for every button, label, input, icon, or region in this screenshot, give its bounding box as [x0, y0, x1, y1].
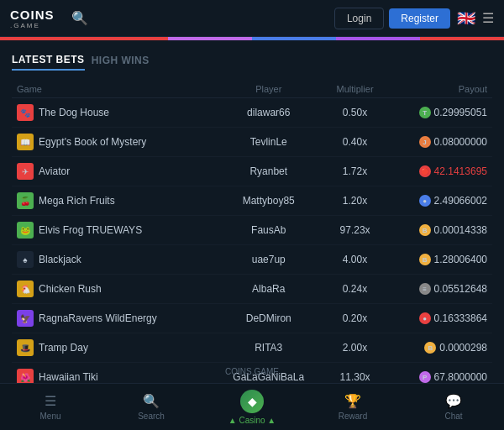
- search-button[interactable]: 🔍: [65, 7, 95, 29]
- nav-icon: 🔍: [143, 393, 160, 409]
- payout-value: 0.00014338: [434, 224, 487, 236]
- hamburger-button[interactable]: ☰: [482, 10, 494, 26]
- game-name: The Dog House: [39, 107, 109, 118]
- player-cell: dilawar66: [214, 98, 323, 128]
- game-cell: 🍒 Mega Rich Fruits: [12, 186, 214, 216]
- game-cell: 🎩 Tramp Day: [12, 333, 214, 363]
- nav-item-reward[interactable]: 🏆 Reward: [302, 393, 403, 421]
- table-row[interactable]: 🐸 Elvis Frog TRUEWAYS FausAb97.23x B 0.0…: [12, 216, 492, 245]
- payout-value: 42.1413695: [434, 165, 487, 177]
- payout-cell: B 0.0000298: [386, 333, 492, 363]
- payout-cell: B 1.28006400: [386, 245, 492, 275]
- table-row[interactable]: 🐾 The Dog House dilawar660.50x T 0.29995…: [12, 98, 492, 128]
- login-button[interactable]: Login: [334, 8, 384, 29]
- tab-high-wins[interactable]: HIGH WINS: [92, 51, 150, 70]
- color-bars: [0, 37, 504, 40]
- coin-icon: T: [419, 107, 431, 118]
- payout-cell: B 0.00014338: [386, 216, 492, 245]
- table-row[interactable]: 🍒 Mega Rich Fruits Mattyboy851.20x ● 2.4…: [12, 186, 492, 216]
- nav-label: ▲ Casino ▲: [228, 416, 276, 425]
- nav-item-chat[interactable]: 💬 Chat: [403, 393, 504, 421]
- payout-cell: ≡ 0.05512648: [386, 275, 492, 304]
- game-name: RagnaRavens WildEnergy: [39, 312, 157, 324]
- nav-item-menu[interactable]: ☰ Menu: [0, 393, 101, 421]
- tab-latest-bets[interactable]: LATEST BETS: [12, 50, 85, 71]
- game-name: Aviator: [39, 165, 70, 177]
- payout-value: 67.8000000: [434, 371, 487, 383]
- payout-value: 2.49066002: [434, 195, 487, 207]
- coin-icon: B: [419, 224, 431, 236]
- game-name: Mega Rich Fruits: [39, 195, 115, 207]
- multiplier-cell: 0.40x: [323, 128, 386, 157]
- table-row[interactable]: 📖 Egypt's Book of Mystery TevlinLe0.40x …: [12, 128, 492, 157]
- multiplier-cell: 11.30x: [323, 363, 386, 384]
- logo-bottom: .GAME: [10, 22, 55, 29]
- col-game: Game: [12, 81, 214, 98]
- multiplier-cell: 4.00x: [323, 245, 386, 275]
- game-cell: ♠ Blackjack: [12, 245, 214, 275]
- col-payout: Payout: [386, 81, 492, 98]
- multiplier-cell: 2.00x: [323, 333, 386, 363]
- player-cell: FausAb: [214, 216, 323, 245]
- header: COINS .GAME 🔍 Login Register 🇬🇧 ☰: [0, 0, 504, 37]
- table-row[interactable]: ✈ Aviator Ryanbet1.72x 🔴 42.1413695: [12, 157, 492, 186]
- payout-value: 1.28006400: [434, 254, 487, 265]
- game-icon: 🍒: [17, 192, 34, 209]
- payout-value: 0.0000298: [439, 342, 487, 354]
- logo: COINS .GAME: [10, 8, 55, 29]
- coin-icon: ●: [419, 312, 431, 324]
- col-player: Player: [214, 81, 323, 98]
- flag-icon[interactable]: 🇬🇧: [457, 9, 475, 28]
- main-content: LATEST BETS HIGH WINS Game Player Multip…: [0, 40, 504, 383]
- game-cell: 🦅 RagnaRavens WildEnergy: [12, 304, 214, 333]
- player-cell: Mattyboy85: [214, 186, 323, 216]
- table-row[interactable]: ♠ Blackjack uae7up4.00x B 1.28006400: [12, 245, 492, 275]
- table-row[interactable]: 🐔 Chicken Rush AlbaRa0.24x ≡ 0.05512648: [12, 275, 492, 304]
- payout-value: 0.05512648: [434, 283, 487, 295]
- game-icon: 🐸: [17, 222, 34, 239]
- coin-icon: 🔴: [419, 165, 431, 177]
- player-cell: RITA3: [214, 333, 323, 363]
- col-multiplier: Multiplier: [323, 81, 386, 98]
- color-bar-segment: [168, 37, 252, 40]
- payout-cell: J 0.08000000: [386, 128, 492, 157]
- table-row[interactable]: 🌺 Hawaiian Tiki GaLaGaNiBaLa11.30x P 67.…: [12, 363, 492, 384]
- player-cell: GaLaGaNiBaLa: [214, 363, 323, 384]
- game-icon: 📖: [17, 134, 34, 150]
- payout-cell: T 0.29995051: [386, 98, 492, 128]
- multiplier-cell: 0.50x: [323, 98, 386, 128]
- coin-icon: ≡: [419, 283, 431, 295]
- coin-icon: P: [419, 371, 431, 383]
- game-name: Elvis Frog TRUEWAYS: [39, 224, 142, 236]
- game-icon: 🐔: [17, 281, 34, 297]
- logo-top: COINS: [10, 8, 55, 22]
- tabs-row: LATEST BETS HIGH WINS: [12, 50, 492, 71]
- register-button[interactable]: Register: [389, 8, 450, 29]
- bets-table: Game Player Multiplier Payout 🐾 The Dog …: [12, 81, 492, 383]
- player-cell: DeDMiron: [214, 304, 323, 333]
- game-cell: 🐸 Elvis Frog TRUEWAYS: [12, 216, 214, 245]
- nav-icon: 💬: [445, 393, 462, 409]
- nav-label: Reward: [339, 412, 367, 421]
- payout-cell: ● 0.16333864: [386, 304, 492, 333]
- player-cell: AlbaRa: [214, 275, 323, 304]
- nav-item-search[interactable]: 🔍 Search: [101, 393, 202, 421]
- table-row[interactable]: 🦅 RagnaRavens WildEnergy DeDMiron0.20x ●…: [12, 304, 492, 333]
- nav-item-casino[interactable]: ◆ ▲ Casino ▲: [202, 390, 302, 425]
- payout-value: 0.16333864: [434, 312, 487, 324]
- table-row[interactable]: 🎩 Tramp Day RITA32.00x B 0.0000298: [12, 333, 492, 363]
- multiplier-cell: 0.20x: [323, 304, 386, 333]
- payout-cell: ● 2.49066002: [386, 186, 492, 216]
- game-name: Chicken Rush: [39, 283, 102, 295]
- player-cell: uae7up: [214, 245, 323, 275]
- color-bar-segment: [252, 37, 336, 40]
- player-cell: TevlinLe: [214, 128, 323, 157]
- payout-value: 0.08000000: [434, 136, 487, 148]
- coin-icon: B: [424, 342, 436, 354]
- multiplier-cell: 1.72x: [323, 157, 386, 186]
- game-name: Egypt's Book of Mystery: [39, 136, 146, 148]
- game-icon: ♠: [17, 251, 34, 268]
- nav-label: Menu: [39, 412, 60, 421]
- coin-icon: J: [419, 136, 431, 148]
- game-icon: 🌺: [17, 369, 34, 383]
